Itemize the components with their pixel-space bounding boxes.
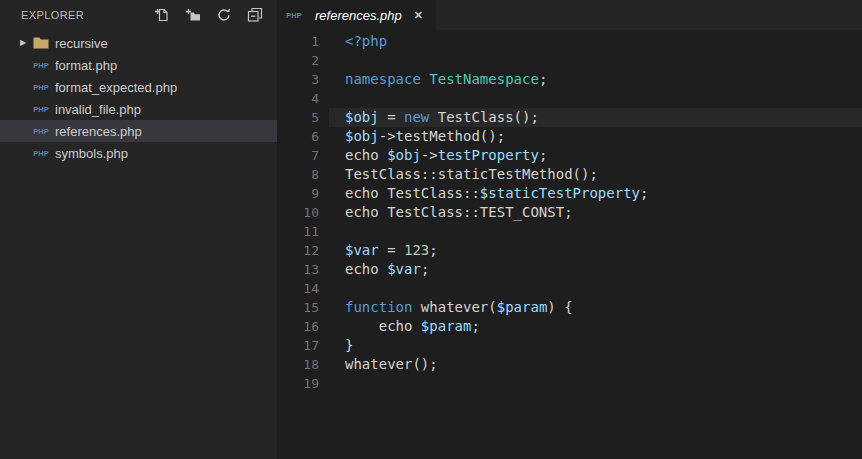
code-line: 19 — [277, 374, 862, 393]
explorer-actions — [139, 7, 263, 23]
new-folder-icon — [185, 7, 201, 23]
php-icon: PHP — [286, 7, 302, 23]
line-code: echo TestClass::$staticTestProperty; — [329, 184, 862, 203]
file-label: references.php — [55, 124, 142, 139]
file-label: invalid_file.php — [55, 102, 141, 117]
collapse-all-icon — [247, 7, 263, 23]
sidebar-item-recursive[interactable]: ▶ recursive — [0, 32, 277, 54]
line-number: 4 — [277, 89, 329, 108]
line-number: 6 — [277, 127, 329, 146]
line-number: 11 — [277, 222, 329, 241]
line-number: 16 — [277, 317, 329, 336]
code-line: 10 echo TestClass::TEST_CONST; — [277, 203, 862, 222]
line-number: 3 — [277, 70, 329, 89]
explorer-title: EXPLORER — [21, 9, 139, 21]
line-code: } — [329, 336, 862, 355]
code-line: 12 $var = 123; — [277, 241, 862, 260]
explorer-sidebar: EXPLORER — [0, 0, 277, 459]
collapse-all-button[interactable] — [247, 7, 263, 23]
code-line: 1 <?php — [277, 32, 862, 51]
code-line: 16 echo $param; — [277, 317, 862, 336]
php-icon: PHP — [33, 57, 49, 73]
line-number: 9 — [277, 184, 329, 203]
line-code — [329, 222, 862, 241]
code-line: 8 TestClass::staticTestMethod(); — [277, 165, 862, 184]
file-label: format_expected.php — [55, 80, 177, 95]
editor-group: PHP references.php ✕ 1 <?php 2 3 namespa… — [277, 0, 862, 459]
line-code — [329, 279, 862, 298]
line-number: 15 — [277, 298, 329, 317]
line-code: function whatever($param) { — [329, 298, 862, 317]
sidebar-item-format-expected-php[interactable]: ▶ PHP format_expected.php — [0, 76, 277, 98]
refresh-icon — [216, 7, 232, 23]
php-icon: PHP — [33, 101, 49, 117]
code-line: 14 — [277, 279, 862, 298]
line-code: echo TestClass::TEST_CONST; — [329, 203, 862, 222]
code-line: 11 — [277, 222, 862, 241]
code-line: 17 } — [277, 336, 862, 355]
php-icon: PHP — [33, 145, 49, 161]
code-line: 2 — [277, 51, 862, 70]
sidebar-item-invalid-file-php[interactable]: ▶ PHP invalid_file.php — [0, 98, 277, 120]
code-line: 9 echo TestClass::$staticTestProperty; — [277, 184, 862, 203]
line-number: 1 — [277, 32, 329, 51]
line-number: 7 — [277, 146, 329, 165]
new-folder-button[interactable] — [185, 7, 201, 23]
code-line: 15 function whatever($param) { — [277, 298, 862, 317]
line-number: 8 — [277, 165, 329, 184]
line-number: 10 — [277, 203, 329, 222]
tab-bar-empty-space — [435, 0, 862, 30]
line-code: $obj->testMethod(); — [329, 127, 862, 146]
line-code: echo $obj->testProperty; — [329, 146, 862, 165]
line-code — [329, 51, 862, 70]
line-number: 17 — [277, 336, 329, 355]
chevron-right-icon: ▶ — [20, 32, 33, 54]
line-code — [329, 89, 862, 108]
file-label: recursive — [55, 36, 108, 51]
line-number: 13 — [277, 260, 329, 279]
folder-icon — [33, 35, 49, 51]
line-code: namespace TestNamespace; — [329, 70, 862, 89]
code-editor[interactable]: 1 <?php 2 3 namespace TestNamespace; 4 5… — [277, 30, 862, 459]
code-line: 7 echo $obj->testProperty; — [277, 146, 862, 165]
sidebar-item-references-php[interactable]: ▶ PHP references.php — [0, 120, 277, 142]
line-code: <?php — [329, 32, 862, 51]
code-line: 13 echo $var; — [277, 260, 862, 279]
code-line: 4 — [277, 89, 862, 108]
line-code: echo $var; — [329, 260, 862, 279]
file-tree: ▶ recursive ▶ PHP format.php ▶ PHP forma… — [0, 32, 277, 164]
tab-references-php[interactable]: PHP references.php ✕ — [277, 0, 435, 30]
sidebar-item-format-php[interactable]: ▶ PHP format.php — [0, 54, 277, 76]
file-label: symbols.php — [55, 146, 128, 161]
new-file-button[interactable] — [154, 7, 170, 23]
new-file-icon — [154, 7, 170, 23]
line-number: 14 — [277, 279, 329, 298]
php-icon: PHP — [33, 123, 49, 139]
line-code: $obj = new TestClass(); — [329, 108, 862, 127]
line-code: whatever(); — [329, 355, 862, 374]
line-code: $var = 123; — [329, 241, 862, 260]
explorer-header: EXPLORER — [0, 0, 277, 30]
line-code: echo $param; — [329, 317, 862, 336]
file-label: format.php — [55, 58, 117, 73]
line-code: TestClass::staticTestMethod(); — [329, 165, 862, 184]
line-number: 5 — [277, 108, 329, 127]
refresh-button[interactable] — [216, 7, 232, 23]
tab-label: references.php — [315, 8, 402, 23]
line-number: 19 — [277, 374, 329, 393]
line-number: 18 — [277, 355, 329, 374]
line-number: 2 — [277, 51, 329, 70]
line-number: 12 — [277, 241, 329, 260]
code-line: 18 whatever(); — [277, 355, 862, 374]
php-icon: PHP — [33, 79, 49, 95]
code-line: 6 $obj->testMethod(); — [277, 127, 862, 146]
sidebar-item-symbols-php[interactable]: ▶ PHP symbols.php — [0, 142, 277, 164]
close-icon[interactable]: ✕ — [412, 10, 425, 21]
line-code — [329, 374, 862, 393]
code-line: 5 $obj = new TestClass(); — [277, 108, 862, 127]
tab-bar: PHP references.php ✕ — [277, 0, 862, 30]
code-line: 3 namespace TestNamespace; — [277, 70, 862, 89]
